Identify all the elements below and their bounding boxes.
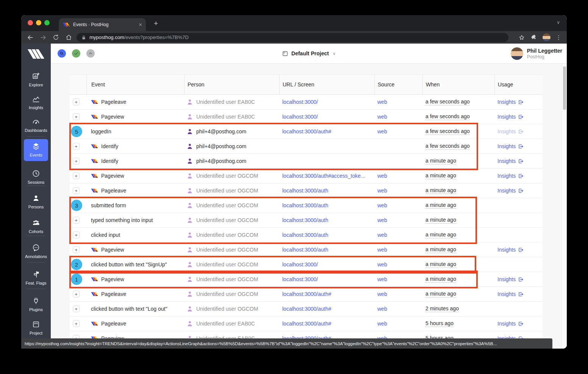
url-link[interactable]: localhost:3000/	[282, 114, 318, 120]
forward-icon[interactable]	[39, 34, 47, 41]
tab-close-icon[interactable]: ×	[139, 22, 142, 27]
url-link[interactable]: localhost:3000/	[282, 99, 318, 105]
sidebar-item-dashboards[interactable]: Dashboards	[21, 117, 51, 133]
project-selector[interactable]: Default Project ∨	[282, 50, 336, 57]
insights-link[interactable]: Insights	[497, 114, 524, 120]
url-cell: localhost:3000/auth#	[279, 128, 374, 135]
insights-link[interactable]: Insights	[497, 188, 524, 194]
address-bar[interactable]: myposthog.com/events?properties=%7B%7D	[77, 33, 508, 42]
chevron-down-icon: ∨	[333, 51, 336, 56]
source-link[interactable]: web	[377, 114, 387, 120]
sidebar-item-sessions[interactable]: Sessions	[21, 169, 51, 185]
sidebar-item-project[interactable]: Project	[21, 320, 51, 335]
url-link[interactable]: localhost:3000/auth	[282, 202, 328, 208]
user-menu[interactable]: Phil Leggetter PostHog	[511, 47, 562, 60]
expand-button[interactable]: +	[73, 143, 80, 150]
url-link[interactable]: localhost:3000/auth#access_toke...	[282, 173, 365, 179]
url-link[interactable]: localhost:3000/auth#	[282, 291, 331, 297]
insights-link[interactable]: Insights	[497, 276, 524, 282]
column-header-source[interactable]: Source	[374, 75, 422, 94]
expand-button[interactable]: +	[73, 187, 80, 194]
search-button[interactable]	[58, 49, 66, 58]
column-header-usage[interactable]: Usage	[494, 75, 543, 94]
expand-button[interactable]: +	[73, 99, 80, 105]
source-link[interactable]: web	[377, 173, 387, 179]
expand-button[interactable]: +	[73, 320, 80, 327]
column-header-url-screen[interactable]: URL / Screen	[279, 75, 374, 94]
back-icon[interactable]	[27, 34, 34, 41]
usage-cell: Insights	[494, 276, 543, 282]
zoom-window-button[interactable]	[44, 20, 50, 25]
bookmark-star-icon[interactable]	[518, 34, 525, 41]
url-link[interactable]: localhost:3000/auth	[282, 217, 328, 223]
when-text: a minute ago	[425, 187, 456, 194]
sidebar-item-plugins[interactable]: Plugins	[21, 297, 51, 312]
source-link[interactable]: web	[377, 188, 387, 194]
home-icon[interactable]	[65, 34, 73, 41]
source-link[interactable]: web	[377, 217, 387, 223]
url-link[interactable]: localhost:3000/	[282, 261, 318, 268]
browser-profile-avatar[interactable]	[543, 33, 550, 41]
url-link[interactable]: localhost:3000/auth#	[282, 321, 331, 327]
column-header-when[interactable]: When	[422, 75, 494, 94]
source-link[interactable]: web	[377, 202, 387, 208]
insights-link[interactable]: Insights	[497, 143, 524, 149]
url-cell: localhost:3000/	[279, 276, 374, 282]
column-header-event[interactable]: Event	[86, 75, 184, 94]
minimize-window-button[interactable]	[36, 20, 41, 25]
insights-link[interactable]: Insights	[497, 158, 524, 164]
new-tab-button[interactable]: +	[154, 19, 158, 28]
source-link[interactable]: web	[377, 261, 387, 268]
expand-button[interactable]: +	[73, 291, 80, 297]
scrollbar-track[interactable]	[561, 64, 567, 349]
source-link[interactable]: web	[377, 321, 387, 327]
url-link[interactable]: localhost:3000/auth	[282, 247, 328, 253]
url-link[interactable]: localhost:3000/auth	[282, 188, 328, 194]
insights-link[interactable]: Insights	[497, 99, 524, 105]
url-link[interactable]: localhost:3000/auth#	[282, 128, 331, 135]
source-link[interactable]: web	[377, 306, 387, 312]
expand-button[interactable]: +	[73, 113, 80, 120]
column-header-person[interactable]: Person	[184, 75, 279, 94]
expand-button[interactable]: +	[73, 305, 80, 312]
person-name: phil+4@posthog.com	[196, 143, 246, 149]
source-link[interactable]: web	[377, 232, 387, 238]
insights-link[interactable]: Insights	[497, 128, 524, 135]
posthog-logo[interactable]	[21, 49, 51, 61]
url-link[interactable]: localhost:3000/auth#	[282, 306, 331, 312]
browser-tab[interactable]: Events · PostHog ×	[59, 18, 146, 31]
expand-button[interactable]: +	[73, 232, 80, 238]
source-cell: web	[374, 99, 422, 105]
extensions-puzzle-icon[interactable]	[530, 34, 537, 41]
sidebar-item-insights[interactable]: Insights	[21, 95, 51, 110]
status-check-button[interactable]	[72, 49, 80, 58]
reload-icon[interactable]	[52, 34, 60, 41]
url-link[interactable]: localhost:3000/	[282, 276, 318, 282]
expand-button[interactable]: +	[73, 217, 80, 224]
source-link[interactable]: web	[377, 99, 387, 105]
sidebar-item-flags[interactable]: Feat. Flags	[21, 270, 51, 285]
insights-link[interactable]: Insights	[497, 173, 524, 179]
collapse-button[interactable]	[86, 49, 95, 58]
sidebar-item-explore[interactable]: Explore	[21, 72, 51, 87]
source-link[interactable]: web	[377, 128, 387, 135]
expand-button[interactable]: +	[73, 246, 80, 253]
tab-search-chevron-icon[interactable]: ∨	[557, 20, 560, 25]
sidebar-item-persons[interactable]: Persons	[21, 194, 51, 209]
insights-link[interactable]: Insights	[497, 321, 524, 327]
browser-menu-kebab-icon[interactable]: ⋮	[556, 34, 561, 41]
close-window-button[interactable]	[28, 20, 33, 25]
insights-link[interactable]: Insights	[497, 247, 524, 253]
source-link[interactable]: web	[377, 247, 387, 253]
sidebar-item-annotations[interactable]: Annotations	[21, 244, 51, 259]
insights-link[interactable]: Insights	[497, 291, 524, 297]
url-link[interactable]: localhost:3000/auth	[282, 232, 328, 238]
source-link[interactable]: web	[377, 276, 387, 282]
sidebar: ExploreInsightsDashboardsEventsSessionsP…	[21, 44, 51, 349]
sidebar-item-events[interactable]: Events	[21, 142, 51, 157]
source-link[interactable]: web	[377, 291, 387, 297]
expand-button[interactable]: +	[73, 158, 80, 164]
scrollbar-thumb[interactable]	[563, 66, 566, 110]
expand-button[interactable]: +	[73, 172, 80, 179]
sidebar-item-cohorts[interactable]: Cohorts	[21, 219, 51, 234]
